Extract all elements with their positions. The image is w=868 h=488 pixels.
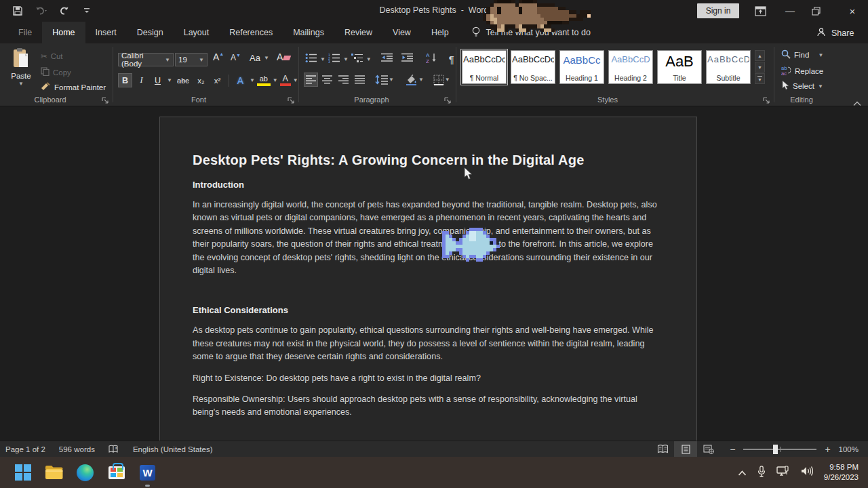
style-subtitle[interactable]: AaBbCcD Subtitle [706, 50, 751, 84]
replace-button[interactable]: abac Replace [781, 65, 823, 77]
tray-chevron-icon[interactable] [738, 466, 747, 479]
find-button[interactable]: Find▼ [781, 49, 823, 60]
clipboard-group-label: Clipboard [18, 96, 83, 104]
taskbar-clock[interactable]: 9:58 PM 9/26/2023 [824, 462, 859, 483]
paragraph-ethics: As desktop pets continue to gain popular… [193, 324, 664, 363]
subscript-button[interactable]: x₂ [194, 73, 208, 87]
styles-scroll-down-icon[interactable]: ▼ [755, 62, 765, 73]
strikethrough-button[interactable]: abc [174, 73, 192, 87]
paragraph-dialog-launcher-icon[interactable] [444, 97, 452, 104]
microphone-icon[interactable] [757, 466, 766, 480]
font-size-select[interactable]: 19▼ [175, 53, 208, 66]
font-group-label: Font [166, 96, 231, 104]
start-button[interactable] [14, 464, 32, 482]
document-page[interactable]: Desktop Pets' Rights: A Growing Concern … [159, 117, 697, 441]
font-name-select[interactable]: Calibri (Body▼ [118, 53, 174, 66]
increase-indent-icon[interactable] [401, 53, 414, 65]
tab-view[interactable]: View [382, 22, 421, 43]
italic-button[interactable]: I [134, 73, 149, 87]
style-no-spacing[interactable]: AaBbCcDc ¶ No Spac... [511, 50, 555, 84]
document-title: Desktop Pets' Rights: A Growing Concern … [193, 152, 664, 168]
borders-icon[interactable]: ▼ [433, 75, 450, 85]
ribbon-display-options-icon[interactable] [753, 5, 768, 18]
style-heading-1[interactable]: AaBbCc Heading 1 [559, 50, 604, 84]
superscript-button[interactable]: x² [210, 73, 224, 87]
word-taskbar-icon[interactable]: W [138, 464, 157, 482]
rodent-pet-sprite[interactable] [483, 0, 591, 35]
sign-in-button[interactable]: Sign in [697, 3, 739, 18]
speaker-icon[interactable] [801, 466, 813, 479]
align-left-icon[interactable] [304, 73, 318, 87]
zoom-out-button[interactable]: − [730, 444, 735, 455]
change-case-button[interactable]: Aa▼ [250, 53, 269, 63]
paste-button[interactable]: Paste ▼ [7, 47, 35, 87]
sort-icon[interactable]: AZ [426, 52, 438, 66]
font-color-button[interactable]: A [280, 75, 291, 86]
align-center-icon[interactable] [320, 73, 334, 87]
font-color-caret[interactable]: ▼ [293, 77, 298, 83]
minimize-button[interactable]: — [777, 0, 803, 22]
microsoft-store-icon[interactable] [107, 464, 125, 482]
styles-gallery-more-icon[interactable]: ▼ [755, 73, 765, 84]
bullets-icon[interactable] [305, 53, 317, 66]
file-explorer-icon[interactable] [45, 464, 63, 482]
styles-scroll-up-icon[interactable]: ▲ [755, 50, 765, 61]
word-count[interactable]: 596 words [59, 445, 95, 453]
format-painter-icon [41, 82, 51, 93]
tab-help[interactable]: Help [421, 22, 459, 43]
font-dialog-launcher-icon[interactable] [288, 97, 295, 104]
bold-button[interactable]: B [118, 73, 132, 87]
tab-review[interactable]: Review [334, 22, 382, 43]
svg-text:x: x [115, 445, 117, 450]
network-icon[interactable] [776, 466, 790, 480]
select-button[interactable]: Select▼ [781, 81, 823, 92]
close-button[interactable]: × [840, 0, 865, 22]
clock-time: 9:58 PM [824, 462, 859, 472]
language-indicator[interactable]: English (United States) [133, 445, 213, 453]
tab-references[interactable]: References [219, 22, 283, 43]
multilevel-list-icon[interactable] [351, 53, 363, 66]
fish-pet-sprite[interactable] [442, 228, 503, 264]
tab-design[interactable]: Design [127, 22, 174, 43]
format-painter-button[interactable]: Format Painter [41, 82, 106, 93]
tab-home[interactable]: Home [42, 22, 85, 43]
underline-button[interactable]: U [151, 73, 165, 87]
tab-insert[interactable]: Insert [85, 22, 127, 43]
clipboard-dialog-launcher-icon[interactable] [102, 97, 109, 104]
text-effects-button[interactable]: A [233, 73, 248, 87]
style-title[interactable]: AaB Title [657, 50, 702, 84]
tab-mailings[interactable]: Mailings [283, 22, 334, 43]
shrink-font-button[interactable]: A▼ [231, 53, 241, 62]
web-layout-icon[interactable] [697, 441, 720, 457]
edge-browser-icon[interactable] [76, 464, 94, 482]
clear-formatting-button[interactable]: A [277, 52, 290, 62]
zoom-slider[interactable] [743, 449, 816, 450]
cut-icon: ✂ [41, 52, 47, 61]
numbering-icon[interactable]: 123 [328, 53, 340, 66]
read-mode-icon[interactable] [651, 441, 674, 457]
copy-icon [41, 67, 50, 77]
zoom-slider-thumb[interactable] [773, 445, 778, 454]
style-heading-2[interactable]: AaBbCcD Heading 2 [608, 50, 653, 84]
shading-icon[interactable]: ▼ [405, 75, 424, 85]
print-layout-icon[interactable] [674, 441, 697, 457]
highlight-caret[interactable]: ▼ [273, 77, 278, 83]
line-spacing-icon[interactable]: ▼ [375, 75, 394, 85]
style-normal[interactable]: AaBbCcDc ¶ Normal [462, 50, 507, 84]
zoom-level[interactable]: 100% [839, 445, 859, 453]
proofing-errors-icon[interactable]: x [108, 445, 119, 454]
share-button[interactable]: Share [816, 27, 854, 39]
grow-font-button[interactable]: A▲ [213, 52, 224, 62]
page-indicator[interactable]: Page 1 of 2 [5, 445, 45, 453]
zoom-in-button[interactable]: + [825, 444, 830, 455]
align-right-icon[interactable] [336, 73, 351, 87]
show-hide-pilcrow-icon[interactable]: ¶ [449, 54, 454, 65]
decrease-indent-icon[interactable] [381, 53, 393, 65]
text-effects-caret[interactable]: ▼ [250, 77, 255, 83]
tab-file[interactable]: File [8, 22, 42, 43]
restore-button[interactable] [803, 0, 829, 22]
highlight-button[interactable]: ab [257, 75, 271, 86]
tab-layout[interactable]: Layout [174, 22, 220, 43]
justify-icon[interactable] [353, 73, 367, 87]
underline-caret[interactable]: ▼ [167, 77, 172, 83]
